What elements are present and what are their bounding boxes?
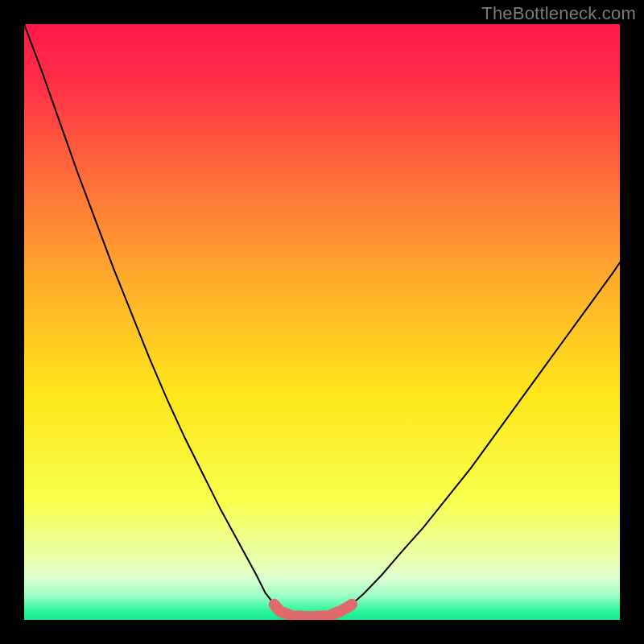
gradient-background (24, 24, 620, 620)
plot-area (24, 24, 620, 620)
chart-frame: TheBottleneck.com (0, 0, 644, 644)
chart-svg (24, 24, 620, 620)
watermark-text: TheBottleneck.com (481, 3, 636, 24)
